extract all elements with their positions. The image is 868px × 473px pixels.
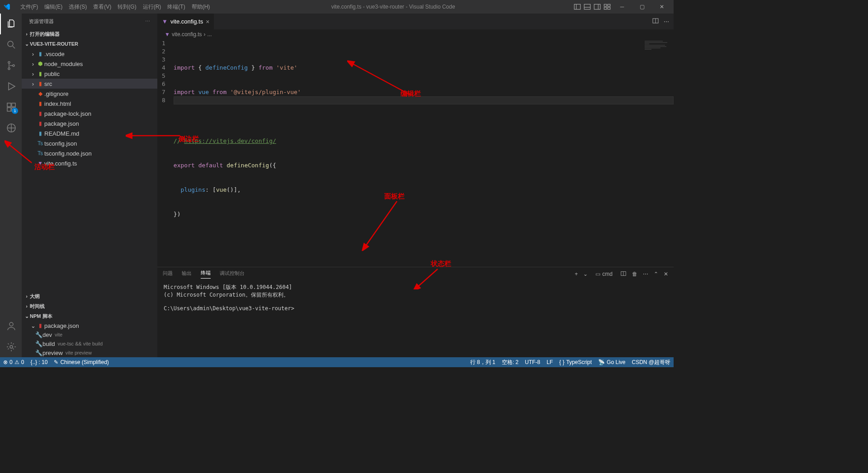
layout-panel-icon[interactable] xyxy=(583,3,591,11)
split-editor-icon[interactable] xyxy=(652,17,659,26)
status-problems[interactable]: ⊗0 ⚠0 xyxy=(0,357,27,367)
window-minimize-button[interactable]: ─ xyxy=(613,0,631,14)
maximize-panel-icon[interactable]: ⌃ xyxy=(654,271,658,277)
breadcrumb[interactable]: ▼ vite.config.ts › ... xyxy=(157,29,674,39)
svg-rect-7 xyxy=(608,4,610,6)
sidebar: 资源管理器 ⋯ 打开的编辑器 VUE3-VITE-ROUTER ▮.vscode… xyxy=(22,14,157,357)
split-terminal-icon[interactable] xyxy=(620,270,627,278)
svg-point-10 xyxy=(8,41,13,47)
editor-area: ▼ vite.config.ts × ⋯ ▼ vite.config.ts › … xyxy=(157,14,674,357)
svg-rect-6 xyxy=(604,4,607,6)
window-maximize-button[interactable]: ▢ xyxy=(633,0,651,14)
terminal-dropdown-icon[interactable]: ⌄ xyxy=(583,271,588,277)
status-language[interactable]: { } TypeScript xyxy=(556,357,595,367)
terminal-selector[interactable]: ▭cmd xyxy=(593,270,615,278)
svg-rect-0 xyxy=(574,4,580,9)
project-section[interactable]: VUE3-VITE-ROUTER xyxy=(22,39,157,49)
status-encoding[interactable]: UTF-8 xyxy=(522,357,543,367)
title-bar: 文件(F) 编辑(E) 选择(S) 查看(V) 转到(G) 运行(R) 终端(T… xyxy=(0,0,674,14)
menu-help[interactable]: 帮助(H) xyxy=(189,3,213,11)
panel-tab-terminal[interactable]: 终端 xyxy=(201,270,211,279)
npm-package-json[interactable]: ▮package.json xyxy=(22,321,157,330)
status-spaces[interactable]: 空格: 2 xyxy=(499,357,522,367)
file-index-html[interactable]: ▮index.html xyxy=(22,99,157,109)
window-title: vite.config.ts - vue3-vite-router - Visu… xyxy=(213,4,573,10)
kill-terminal-icon[interactable]: 🗑 xyxy=(632,271,637,277)
outline-section[interactable]: 大纲 xyxy=(22,291,157,301)
tab-vite-config[interactable]: ▼ vite.config.ts × xyxy=(157,14,214,29)
activity-settings[interactable] xyxy=(0,336,22,357)
new-terminal-icon[interactable]: + xyxy=(575,271,578,277)
tab-close-icon[interactable]: × xyxy=(206,18,209,25)
menu-view[interactable]: 查看(V) xyxy=(90,3,114,11)
folder-node-modules[interactable]: ⬢node_modules xyxy=(22,59,157,69)
activity-extensions[interactable]: 1 xyxy=(0,97,22,118)
sidebar-title: 资源管理器 xyxy=(29,18,54,25)
folder-public[interactable]: ▮public xyxy=(22,69,157,79)
file-readme[interactable]: ▮README.md xyxy=(22,128,157,138)
vite-icon: ▼ xyxy=(165,31,170,38)
status-lang-mode[interactable]: ✎ Chinese (Simplified) xyxy=(51,357,112,367)
status-go-live[interactable]: 📡 Go Live xyxy=(595,357,628,367)
menu-select[interactable]: 选择(S) xyxy=(66,3,90,11)
menu-edit[interactable]: 编辑(E) xyxy=(41,3,66,11)
layout-customize-icon[interactable] xyxy=(603,3,611,11)
svg-rect-16 xyxy=(12,103,15,107)
menu-run[interactable]: 运行(R) xyxy=(140,3,165,11)
panel-tab-debug[interactable]: 调试控制台 xyxy=(220,270,245,279)
panel: 问题 输出 终端 调试控制台 + ⌄ ▭cmd 🗑 ⋯ ⌃ ✕ M xyxy=(157,267,674,357)
npm-scripts-section[interactable]: NPM 脚本 xyxy=(22,311,157,321)
menu-file[interactable]: 文件(F) xyxy=(17,3,41,11)
file-package-json[interactable]: ▮package.json xyxy=(22,118,157,128)
svg-point-20 xyxy=(9,322,13,326)
menu-terminal[interactable]: 终端(T) xyxy=(164,3,188,11)
timeline-section[interactable]: 时间线 xyxy=(22,301,157,311)
code-editor[interactable]: 12345678 import { defineConfig } from 'v… xyxy=(157,39,674,267)
activity-search[interactable] xyxy=(0,34,22,55)
file-gitignore[interactable]: ◆.gitignore xyxy=(22,89,157,99)
close-panel-icon[interactable]: ✕ xyxy=(664,271,668,277)
vite-icon: ▼ xyxy=(162,18,168,25)
window-close-button[interactable]: ✕ xyxy=(653,0,671,14)
npm-script-dev[interactable]: 🔧devvite xyxy=(22,330,157,339)
extensions-badge: 1 xyxy=(12,108,18,114)
menu-goto[interactable]: 转到(G) xyxy=(114,3,139,11)
panel-more-icon[interactable]: ⋯ xyxy=(643,271,648,277)
status-bracket[interactable]: {..} : 10 xyxy=(27,357,51,367)
npm-script-build[interactable]: 🔧buildvue-tsc && vite build xyxy=(22,339,157,348)
status-eol[interactable]: LF xyxy=(543,357,556,367)
warning-icon: ⚠ xyxy=(14,359,19,365)
svg-rect-2 xyxy=(584,4,590,9)
folder-vscode[interactable]: ▮.vscode xyxy=(22,49,157,59)
file-package-lock[interactable]: ▮package-lock.json xyxy=(22,109,157,118)
terminal[interactable]: Microsoft Windows [版本 10.0.19044.2604] (… xyxy=(157,281,674,357)
menu-bar: 文件(F) 编辑(E) 选择(S) 查看(V) 转到(G) 运行(R) 终端(T… xyxy=(14,3,213,11)
svg-rect-17 xyxy=(7,108,11,111)
folder-src[interactable]: ▮src xyxy=(22,79,157,89)
activity-explorer[interactable] xyxy=(0,14,22,34)
layout-sidebar-right-icon[interactable] xyxy=(593,3,601,11)
panel-tab-output[interactable]: 输出 xyxy=(182,270,192,279)
svg-line-11 xyxy=(13,46,15,48)
layout-sidebar-left-icon[interactable] xyxy=(573,3,581,11)
status-watermark: CSDN @超哥呀 xyxy=(628,357,674,367)
file-vite-config[interactable]: ▼vite.config.ts xyxy=(22,158,157,168)
sidebar-more-icon[interactable]: ⋯ xyxy=(145,19,150,24)
activity-run-debug[interactable] xyxy=(0,76,22,97)
editor-more-icon[interactable]: ⋯ xyxy=(664,19,669,25)
activity-source-control[interactable] xyxy=(0,55,22,76)
svg-point-13 xyxy=(8,68,10,70)
file-tsconfig-node[interactable]: Tstsconfig.node.json xyxy=(22,148,157,158)
panel-tab-problems[interactable]: 问题 xyxy=(163,270,173,279)
svg-point-21 xyxy=(10,345,13,348)
activity-remote[interactable] xyxy=(0,118,22,138)
status-ln-col[interactable]: 行 8，列 1 xyxy=(467,357,499,367)
activity-account[interactable] xyxy=(0,316,22,336)
open-editors-section[interactable]: 打开的编辑器 xyxy=(22,29,157,39)
file-tree: ▮.vscode ⬢node_modules ▮public ▮src ◆.gi… xyxy=(22,49,157,168)
file-tsconfig[interactable]: Tstsconfig.json xyxy=(22,138,157,148)
svg-rect-15 xyxy=(7,103,11,107)
npm-script-preview[interactable]: 🔧previewvite preview xyxy=(22,348,157,357)
status-bar: ⊗0 ⚠0 {..} : 10 ✎ Chinese (Simplified) 行… xyxy=(0,357,674,367)
minimap[interactable] xyxy=(645,41,672,50)
